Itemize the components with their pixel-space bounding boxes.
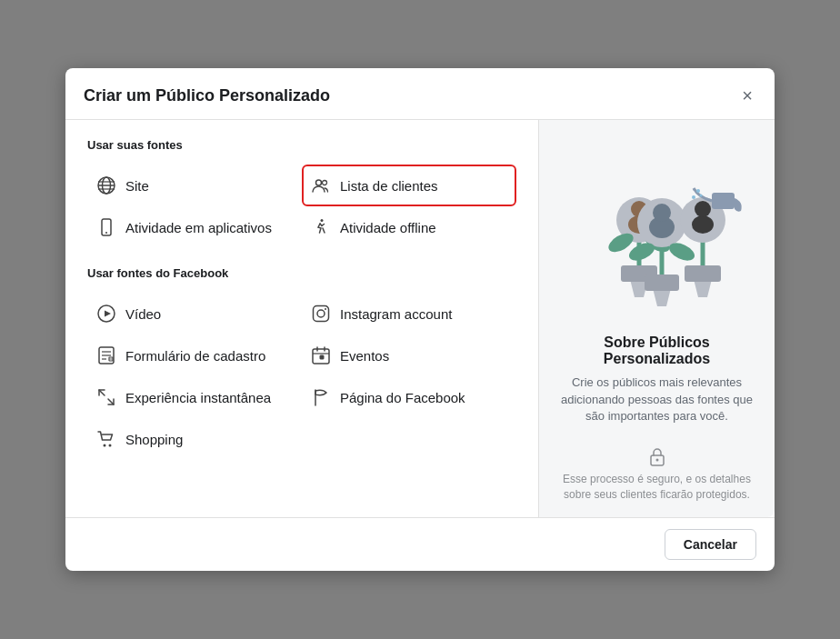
flag-icon — [311, 387, 331, 407]
svg-point-13 — [317, 310, 325, 317]
svg-rect-48 — [685, 265, 721, 282]
illustration — [566, 138, 748, 320]
walk-icon — [311, 217, 331, 237]
svg-point-6 — [323, 181, 327, 185]
menu-item-label-site: Site — [125, 178, 149, 194]
svg-rect-53 — [712, 193, 735, 209]
svg-point-55 — [692, 195, 695, 199]
left-panel: Usar suas fontes Site — [65, 120, 538, 516]
menu-item-label-video: Vídeo — [125, 306, 161, 322]
svg-point-44 — [653, 204, 671, 222]
security-section: Esse processo é seguro, e os detalhes so… — [557, 446, 756, 503]
svg-point-56 — [699, 195, 702, 197]
security-text: Esse processo é seguro, e os detalhes so… — [557, 472, 756, 503]
modal-body: Usar suas fontes Site — [65, 120, 775, 516]
svg-point-8 — [105, 232, 107, 234]
menu-item-label-eventos: Eventos — [340, 348, 389, 364]
right-panel-title: Sobre Públicos Personalizados — [557, 334, 756, 367]
menu-item-atividade-app[interactable]: Atividade em aplicativos — [87, 206, 302, 248]
menu-grid-suas-fontes: Site Lista de clientes — [87, 165, 516, 248]
expand-icon — [96, 387, 116, 407]
svg-rect-12 — [314, 306, 329, 322]
menu-item-label-lista-clientes: Lista de clientes — [340, 178, 438, 194]
menu-item-label-atividade-app: Atividade em aplicativos — [125, 220, 272, 235]
close-button[interactable]: × — [738, 83, 756, 108]
cart-icon — [96, 429, 116, 449]
mobile-icon — [96, 217, 116, 237]
form-icon — [96, 345, 116, 365]
lock-icon — [648, 446, 666, 466]
svg-point-14 — [325, 308, 326, 310]
svg-point-58 — [655, 458, 658, 461]
section-label-suas-fontes: Usar suas fontes — [87, 138, 516, 152]
menu-item-label-experiencia: Experiência instantânea — [125, 390, 271, 405]
svg-point-30 — [109, 444, 112, 447]
menu-item-instagram[interactable]: Instagram account — [302, 293, 516, 334]
users-icon — [311, 175, 331, 195]
svg-point-29 — [104, 444, 106, 447]
events-icon — [311, 345, 331, 365]
svg-line-26 — [99, 390, 105, 395]
svg-line-27 — [108, 399, 114, 404]
svg-rect-25 — [320, 355, 324, 359]
menu-item-formulario[interactable]: Formulário de cadastro — [87, 334, 302, 376]
modal-footer: Cancelar — [65, 517, 775, 571]
menu-grid-fontes-facebook: Vídeo Instagram account — [87, 293, 516, 460]
svg-point-54 — [696, 189, 700, 193]
modal-header: Criar um Público Personalizado × — [65, 68, 775, 120]
menu-item-pagina[interactable]: Página do Facebook — [302, 376, 516, 418]
modal-dialog: Criar um Público Personalizado × Usar su… — [65, 68, 775, 570]
svg-point-52 — [695, 201, 711, 217]
section-label-fontes-facebook: Usar fontes do Facebook — [87, 266, 516, 280]
play-icon — [96, 304, 116, 324]
right-panel-description: Crie os públicos mais relevantes adicion… — [557, 374, 756, 424]
menu-item-lista-clientes[interactable]: Lista de clientes — [302, 165, 516, 206]
menu-item-label-atividade-offline: Atividade offline — [340, 220, 436, 235]
menu-item-shopping[interactable]: Shopping — [87, 418, 302, 460]
menu-item-label-formulario: Formulário de cadastro — [125, 348, 265, 364]
right-panel: Sobre Públicos Personalizados Crie os pú… — [538, 120, 775, 516]
menu-item-label-instagram: Instagram account — [340, 306, 452, 322]
instagram-icon — [311, 304, 331, 324]
menu-item-eventos[interactable]: Eventos — [302, 334, 516, 376]
globe-icon — [96, 175, 116, 195]
svg-rect-40 — [645, 275, 679, 291]
svg-point-9 — [321, 219, 324, 222]
menu-item-label-pagina: Página do Facebook — [340, 390, 465, 405]
menu-item-video[interactable]: Vídeo — [87, 293, 302, 334]
menu-item-experiencia[interactable]: Experiência instantânea — [87, 376, 302, 418]
menu-item-label-shopping: Shopping — [125, 432, 183, 447]
menu-item-site[interactable]: Site — [87, 165, 302, 206]
cancel-button[interactable]: Cancelar — [665, 529, 756, 560]
svg-point-5 — [316, 180, 322, 185]
svg-marker-11 — [105, 311, 111, 317]
menu-item-atividade-offline[interactable]: Atividade offline — [302, 206, 516, 248]
modal-title: Criar um Público Personalizado — [84, 86, 330, 105]
svg-point-51 — [692, 215, 714, 234]
